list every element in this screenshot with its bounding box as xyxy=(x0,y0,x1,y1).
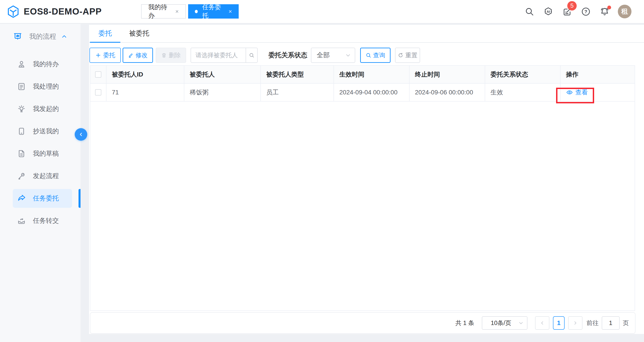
cell-status: 生效 xyxy=(485,84,560,101)
lightbulb-icon xyxy=(17,104,26,114)
chevron-up-icon[interactable] xyxy=(61,33,68,40)
chevron-down-icon xyxy=(345,52,351,58)
bell-icon[interactable] xyxy=(599,6,610,17)
tasks-note-icon[interactable]: 5 xyxy=(562,6,573,17)
page-unit-label: 页 xyxy=(623,319,629,327)
sidebar-group-my-process[interactable]: 我的流程 xyxy=(0,29,80,44)
select-all-checkbox[interactable] xyxy=(95,71,101,78)
col-delegate: 被委托人 xyxy=(184,66,261,83)
sidebar-item-cc-to-me[interactable]: 抄送我的 xyxy=(0,120,80,142)
cell-start-time: 2024-09-04 00:00:00 xyxy=(334,84,410,101)
delegate-search-input[interactable] xyxy=(191,48,246,62)
active-dot-icon xyxy=(195,10,198,13)
col-status: 委托关系状态 xyxy=(485,66,560,83)
row-checkbox[interactable] xyxy=(95,89,101,96)
tab-delegated-to-me[interactable]: 被委托 xyxy=(120,25,158,43)
mobile-icon xyxy=(17,126,26,136)
header-icon-group: AI 5 ? 租 xyxy=(524,0,632,23)
total-count: 共 1 条 xyxy=(456,319,474,327)
svg-text:?: ? xyxy=(584,9,588,14)
query-button[interactable]: 查询 xyxy=(360,48,390,63)
prev-page-button[interactable] xyxy=(535,316,550,330)
sidebar-item-handled-by-me[interactable]: 我处理的 xyxy=(0,76,80,98)
app-title: EOS8-DEMO-APP xyxy=(24,0,102,23)
sidebar-group-title: 我的流程 xyxy=(29,32,56,41)
select-all-cell xyxy=(90,66,106,83)
ai-assistant-icon[interactable]: AI xyxy=(543,6,554,17)
sidebar-item-start-process[interactable]: 发起流程 xyxy=(0,165,80,187)
refresh-icon xyxy=(398,52,404,58)
edit-button[interactable]: 修改 xyxy=(122,48,153,63)
inbox-transfer-icon xyxy=(17,216,26,226)
process-board-icon xyxy=(13,32,22,42)
col-delegate-id: 被委托人ID xyxy=(106,66,184,83)
delegation-tab-bar: 委托 被委托 xyxy=(89,25,644,43)
app-logo-icon xyxy=(6,5,20,18)
sidebar: 我的流程 我的待办 我处理的 xyxy=(0,24,80,342)
eye-icon xyxy=(566,89,573,96)
chevron-down-icon xyxy=(518,320,524,326)
search-submit-icon[interactable] xyxy=(246,48,257,62)
help-icon[interactable]: ? xyxy=(580,6,592,17)
document-icon xyxy=(17,82,26,91)
notification-count-badge: 5 xyxy=(567,1,577,10)
col-action: 操作 xyxy=(560,66,634,83)
cell-end-time: 2024-09-06 00:00:00 xyxy=(410,84,485,101)
pen-launch-icon xyxy=(17,171,26,181)
status-filter-select[interactable]: 全部 xyxy=(311,48,355,63)
delete-button[interactable]: 删除 xyxy=(156,48,186,63)
col-end-time: 终止时间 xyxy=(410,66,485,83)
page-size-select[interactable]: 10条/页 xyxy=(482,316,528,330)
col-delegate-type: 被委托人类型 xyxy=(261,66,334,83)
delegate-search-box xyxy=(190,48,258,63)
table-row: 71 稀饭粥 员工 2024-09-04 00:00:00 2024-09-06… xyxy=(90,84,634,102)
sidebar-item-task-transfer[interactable]: 任务转交 xyxy=(0,210,80,232)
main-content: 委托 被委托 委托 修改 删除 xyxy=(89,25,644,334)
draft-file-icon xyxy=(17,149,26,158)
pencil-icon xyxy=(128,52,134,58)
col-start-time: 生效时间 xyxy=(334,66,410,83)
reset-button[interactable]: 重置 xyxy=(395,48,420,63)
window-tab-my-todo[interactable]: 我的待办 × xyxy=(141,4,186,18)
filter-label: 委托关系状态 xyxy=(268,51,307,60)
chevron-right-icon xyxy=(572,320,578,326)
pagination-bar: 共 1 条 10条/页 1 前往 页 xyxy=(90,312,636,334)
page-number-button[interactable]: 1 xyxy=(553,316,564,330)
cell-delegate-type: 员工 xyxy=(261,84,334,101)
sidebar-item-my-todo[interactable]: 我的待办 xyxy=(0,53,80,76)
delegation-table: 被委托人ID 被委托人 被委托人类型 生效时间 终止时间 委托关系状态 操作 7… xyxy=(90,65,635,311)
window-tab-task-delegation[interactable]: 任务委托 × xyxy=(188,4,239,18)
goto-label: 前往 xyxy=(586,319,598,327)
add-delegation-button[interactable]: 委托 xyxy=(90,48,121,63)
bell-alert-dot xyxy=(607,6,611,10)
table-header-row: 被委托人ID 被委托人 被委托人类型 生效时间 终止时间 委托关系状态 操作 xyxy=(90,66,634,84)
person-icon xyxy=(17,60,26,69)
cell-action: 查看 xyxy=(560,84,634,101)
search-icon[interactable] xyxy=(524,6,535,17)
close-icon[interactable]: × xyxy=(228,8,232,15)
plus-icon xyxy=(95,52,101,58)
sidebar-item-task-delegation[interactable]: 任务委托 xyxy=(0,187,80,210)
toolbar: 委托 修改 删除 委托关系状态 全部 xyxy=(90,48,635,63)
cell-delegate: 稀饭粥 xyxy=(184,84,261,101)
sidebar-nav: 我的待办 我处理的 我发起的 xyxy=(0,53,80,232)
top-header: EOS8-DEMO-APP 我的待办 × 任务委托 × AI xyxy=(0,0,644,24)
trash-icon xyxy=(161,52,167,58)
share-forward-icon xyxy=(17,194,26,203)
next-page-button[interactable] xyxy=(568,316,582,330)
window-tab-bar: 我的待办 × 任务委托 × xyxy=(141,4,239,18)
svg-text:AI: AI xyxy=(547,10,550,14)
view-link[interactable]: 查看 xyxy=(566,88,588,97)
cell-delegate-id: 71 xyxy=(106,84,184,101)
search-icon xyxy=(366,52,371,58)
close-icon[interactable]: × xyxy=(175,8,179,15)
row-select-cell xyxy=(90,84,106,101)
chevron-left-icon xyxy=(539,320,545,326)
sidebar-item-initiated-by-me[interactable]: 我发起的 xyxy=(0,98,80,120)
sidebar-collapse-button[interactable] xyxy=(75,128,87,141)
sidebar-item-my-drafts[interactable]: 我的草稿 xyxy=(0,142,80,165)
goto-page-input[interactable] xyxy=(602,316,620,330)
avatar[interactable]: 租 xyxy=(618,5,632,18)
tab-delegation[interactable]: 委托 xyxy=(90,25,120,43)
